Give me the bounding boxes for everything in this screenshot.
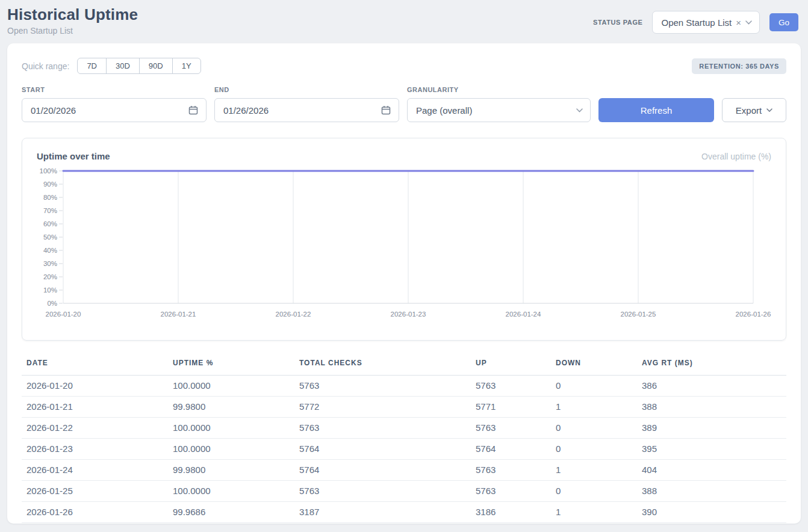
svg-text:100%: 100%: [40, 167, 57, 175]
svg-text:2026-01-20: 2026-01-20: [46, 311, 81, 318]
table-cell: 100.0000: [168, 418, 294, 439]
table-cell: 99.9686: [168, 502, 294, 523]
status-page-label: STATUS PAGE: [593, 19, 642, 26]
uptime-table: DATEUPTIME %TOTAL CHECKSUPDOWNAVG RT (MS…: [22, 354, 786, 523]
table-row: 2026-01-23100.0000576457640395: [22, 439, 786, 460]
filters-row: START 01/20/2026 END 01/26/2026: [22, 86, 786, 122]
quick-range-1y[interactable]: 1Y: [172, 58, 201, 74]
chevron-down-icon: [745, 20, 752, 25]
table-cell: 1: [551, 502, 637, 523]
quick-range-7d[interactable]: 7D: [77, 58, 107, 74]
table-cell: 388: [637, 481, 786, 502]
table-cell: 2026-01-23: [22, 439, 168, 460]
clear-selection-icon[interactable]: ×: [736, 17, 741, 28]
status-page-selected-value: Open Startup List: [661, 17, 732, 28]
end-date-value: 01/26/2026: [223, 105, 269, 116]
page-subtitle: Open Startup List: [7, 26, 138, 36]
granularity-selected-value: Page (overall): [416, 105, 472, 116]
table-cell: 2026-01-26: [22, 502, 168, 523]
chevron-down-icon: [766, 108, 772, 112]
table-cell: 1: [551, 460, 637, 481]
table-cell: 2026-01-22: [22, 418, 168, 439]
svg-text:2026-01-24: 2026-01-24: [506, 311, 541, 318]
table-cell: 5764: [471, 439, 551, 460]
table-cell: 5764: [294, 439, 471, 460]
svg-text:50%: 50%: [43, 234, 57, 241]
table-cell: 5772: [294, 397, 471, 418]
table-row: 2026-01-22100.0000576357630389: [22, 418, 786, 439]
table-cell: 5763: [471, 481, 551, 502]
table-cell: 1: [551, 397, 637, 418]
table-cell: 3186: [471, 502, 551, 523]
chart-title: Uptime over time: [37, 151, 110, 161]
table-row: 2026-01-2699.9686318731861390: [22, 502, 786, 523]
column-header: DOWN: [551, 354, 637, 376]
start-date-value: 01/20/2026: [31, 105, 76, 116]
export-button[interactable]: Export: [722, 98, 786, 122]
table-body: 2026-01-20100.00005763576303862026-01-21…: [22, 376, 786, 523]
table-cell: 5763: [294, 376, 471, 397]
table-cell: 390: [637, 502, 786, 523]
quick-range-90d[interactable]: 90D: [139, 58, 173, 74]
start-date-input[interactable]: 01/20/2026: [22, 98, 207, 122]
end-date-field: END 01/26/2026: [214, 86, 399, 122]
svg-text:70%: 70%: [43, 207, 57, 214]
table-cell: 0: [551, 376, 637, 397]
table-cell: 0: [551, 439, 637, 460]
start-date-label: START: [22, 86, 207, 93]
table-row: 2026-01-2199.9800577257711388: [22, 397, 786, 418]
column-header: UP: [471, 354, 551, 376]
svg-text:2026-01-25: 2026-01-25: [621, 311, 656, 318]
chart-header: Uptime over time Overall uptime (%): [37, 151, 771, 161]
end-date-input[interactable]: 01/26/2026: [214, 98, 399, 122]
table-cell: 404: [637, 460, 786, 481]
table-cell: 2026-01-20: [22, 376, 168, 397]
status-page-select[interactable]: Open Startup List ×: [652, 11, 760, 34]
refresh-button[interactable]: Refresh: [598, 98, 714, 122]
quick-range-group: 7D30D90D1Y: [77, 58, 200, 74]
table-cell: 0: [551, 481, 637, 502]
page-title: Historical Uptime: [7, 6, 138, 23]
column-header: UPTIME %: [168, 354, 294, 376]
svg-text:90%: 90%: [43, 181, 57, 188]
column-header: AVG RT (MS): [637, 354, 786, 376]
table-cell: 5764: [294, 460, 471, 481]
uptime-chart: 0%10%20%30%40%50%60%70%80%90%100%2026-01…: [37, 165, 772, 320]
table-row: 2026-01-20100.0000576357630386: [22, 376, 786, 397]
end-date-label: END: [214, 86, 399, 93]
table-cell: 388: [637, 397, 786, 418]
chevron-down-icon: [576, 108, 583, 113]
toolbar-row: Quick range: 7D30D90D1Y RETENTION: 365 D…: [22, 58, 786, 74]
svg-text:20%: 20%: [43, 273, 57, 280]
svg-text:40%: 40%: [43, 247, 57, 254]
svg-text:2026-01-21: 2026-01-21: [161, 311, 196, 318]
table-cell: 0: [551, 418, 637, 439]
calendar-icon[interactable]: [381, 105, 391, 116]
svg-text:2026-01-23: 2026-01-23: [391, 311, 426, 318]
table-row: 2026-01-25100.0000576357630388: [22, 481, 786, 502]
table-cell: 3187: [294, 502, 471, 523]
table-cell: 395: [637, 439, 786, 460]
table-cell: 99.9800: [168, 460, 294, 481]
column-header: TOTAL CHECKS: [294, 354, 471, 376]
table-cell: 5763: [294, 418, 471, 439]
main-card: Quick range: 7D30D90D1Y RETENTION: 365 D…: [7, 43, 801, 524]
svg-text:2026-01-26: 2026-01-26: [736, 311, 771, 318]
granularity-field: GRANULARITY Page (overall): [407, 86, 591, 122]
calendar-icon[interactable]: [188, 105, 199, 116]
svg-text:80%: 80%: [43, 194, 57, 201]
svg-text:10%: 10%: [43, 286, 57, 294]
table-cell: 100.0000: [168, 481, 294, 502]
go-button[interactable]: Go: [769, 13, 798, 31]
granularity-select[interactable]: Page (overall): [407, 98, 591, 122]
table-cell: 100.0000: [168, 376, 294, 397]
start-date-field: START 01/20/2026: [22, 86, 207, 122]
table-cell: 5763: [471, 376, 551, 397]
svg-text:30%: 30%: [43, 260, 57, 267]
table-cell: 389: [637, 418, 786, 439]
uptime-chart-card: Uptime over time Overall uptime (%) 0%10…: [22, 138, 786, 341]
table-row: 2026-01-2499.9800576457631404: [22, 460, 786, 481]
quick-range: Quick range: 7D30D90D1Y: [22, 58, 201, 74]
quick-range-30d[interactable]: 30D: [106, 58, 140, 74]
table-cell: 5771: [471, 397, 551, 418]
